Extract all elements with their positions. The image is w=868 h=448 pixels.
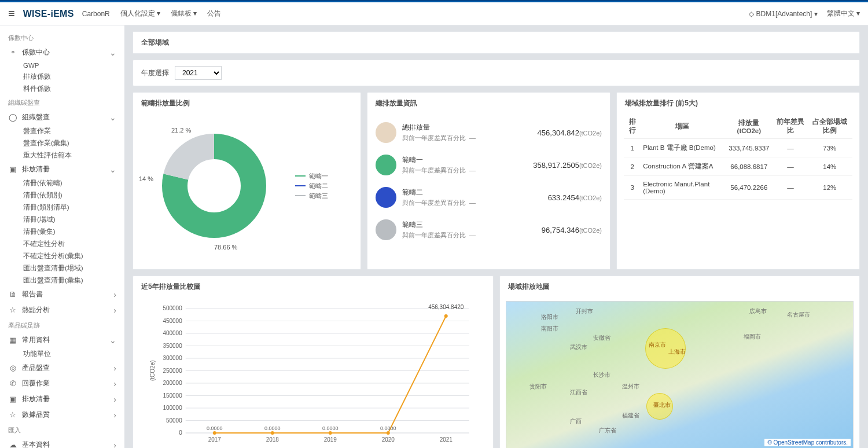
org-icon: ◯ [8,113,17,122]
sidebar-sub-list-scope[interactable]: 清冊(依範疇) [0,177,124,189]
sidebar-sub-list-collect[interactable]: 清冊(彙集) [0,226,124,238]
app-logo: WISE-iEMS [23,9,74,19]
chevron-right-icon: › [113,290,116,299]
sidebar-sub-list-type[interactable]: 清冊(依類別) [0,189,124,201]
target-icon: ◎ [8,363,17,372]
sidebar-sub-export-collect[interactable]: 匯出盤查清冊(彙集) [0,274,124,287]
svg-text:50000: 50000 [166,417,182,424]
chevron-down-icon: ⌄ [109,113,116,122]
sidebar-sub-list-type-menu[interactable]: 清冊(類別清單) [0,201,124,214]
sidebar-item-data-quality[interactable]: ☆數據品質› [0,407,124,423]
page-header-card: 全部場域 [133,31,860,54]
rank-card: 場域排放量排行 (前5大) 排行 場區 排放量 (tCO2e) 前年差異比 占全… [616,92,860,270]
sidebar-item-hotspot[interactable]: ☆熱點分析› [0,302,124,318]
sidebar-item-emit-list[interactable]: ▣排放清冊⌄ [0,161,124,177]
totals-row: 範疇一與前一年度差異百分比 —358,917.2505(tCO2e) [376,149,602,181]
svg-text:450000: 450000 [163,318,182,324]
sidebar-item-basic-data[interactable]: ☁基本資料› [0,437,124,448]
sidebar-sub-check-job[interactable]: 盤查作業 [0,125,124,137]
svg-text:300000: 300000 [163,355,182,361]
svg-text:2017: 2017 [208,436,222,443]
menu-icon[interactable]: ≡ [8,7,15,20]
sidebar-sub-export-site[interactable]: 匯出盤查清冊(場域) [0,262,124,274]
context-name[interactable]: CarbonR [82,10,110,18]
sidebar-sub-uncertainty-collect[interactable]: 不確定性分析(彙集) [0,250,124,262]
page-title: 全部場域 [133,32,859,53]
sidebar-sub-sig-template[interactable]: 重大性評估範本 [0,149,124,161]
sidebar-section-footprint: 產品碳足跡 [0,318,124,332]
sidebar-sub-gwp[interactable]: GWP [0,60,124,71]
list-icon: ▣ [8,165,17,174]
sidebar-item-org-check[interactable]: ◯組織盤查⌄ [0,109,124,125]
svg-text:200000: 200000 [163,380,182,386]
map-attribution[interactable]: © OpenStreetMap contributors. [764,439,851,446]
donut-pct-2: 14 % [139,175,153,182]
sidebar-sub-func-unit[interactable]: 功能單位 [0,348,124,360]
svg-text:0.0000: 0.0000 [207,425,223,431]
donut-pct-1: 78.66 % [214,244,237,251]
svg-text:0.0000: 0.0000 [380,425,396,431]
donut-pct-3: 21.2 % [171,127,191,134]
sidebar-sub-uncertainty[interactable]: 不確定性分析 [0,238,124,250]
chevron-right-icon: › [113,440,116,449]
svg-text:2020: 2020 [382,436,395,443]
svg-text:456,304.8420: 456,304.8420 [428,304,464,310]
svg-point-32 [271,431,274,435]
sidebar-item-product-check[interactable]: ◎產品盤查› [0,360,124,376]
donut-card: 範疇排放量比例 21.2 % 14 % 78.66 % 範疇一 範疇二 [133,92,361,270]
sidebar-section-org: 組織碳盤查 [0,95,124,109]
map-title: 場域排放地圖 [500,276,860,298]
totals-row: 範疇二與前一年度差異百分比 —633.2454(tCO2e) [376,181,602,214]
svg-text:0.0000: 0.0000 [322,425,339,431]
svg-point-31 [213,431,216,435]
nav-notice[interactable]: 公告 [207,9,221,19]
share-icon: ⚬ [8,48,17,57]
svg-text:(tCO2e): (tCO2e) [149,360,156,381]
svg-text:0: 0 [179,429,182,436]
year-select[interactable]: 2021 [175,66,222,80]
table-row: 3Electronic Manuf.Plant (Demo)56,470.226… [624,176,852,200]
user-menu[interactable]: ◇ BDM1[Advantech] ▾ [749,10,817,18]
sidebar: 係數中心 ⚬係數中心⌄ GWP 排放係數 料件係數 組織碳盤查 ◯組織盤查⌄ 盤… [0,25,124,448]
sidebar-section-import: 匯入 [0,423,124,437]
chevron-right-icon: › [113,410,116,420]
table-row: 1Plant B 電子廠 B(Demo)333,745.9337—73% [624,139,852,157]
nav-personal[interactable]: 個人化設定 ▾ [120,9,160,19]
trend-title: 近5年排放量比較圖 [133,276,493,298]
phone-icon: ✆ [8,379,17,388]
donut-legend: 範疇一 範疇二 範疇三 [295,171,328,201]
nav-dashboard[interactable]: 儀錶板 ▾ [171,9,197,19]
sidebar-sub-check-job-collect[interactable]: 盤查作業(彙集) [0,137,124,149]
trend-card: 近5年排放量比較圖 (tCO2e) 0500001000001500002000… [133,276,494,448]
totals-row: 總排放量與前一年度差異百分比 —456,304.842(tCO2e) [376,116,602,149]
svg-text:100000: 100000 [163,405,182,411]
sidebar-sub-material[interactable]: 料件係數 [0,83,124,95]
donut-title: 範疇排放量比例 [133,93,361,114]
sidebar-sub-emit-coef[interactable]: 排放係數 [0,71,124,83]
sidebar-item-common-data[interactable]: ▦常用資料⌄ [0,332,124,348]
chevron-down-icon: ⌄ [109,165,116,174]
scope-dot-icon [376,155,396,175]
svg-text:400000: 400000 [163,330,182,336]
sidebar-item-report[interactable]: 🗎報告書› [0,287,124,302]
sidebar-item-emit-list2[interactable]: ▣排放清冊› [0,391,124,407]
map-canvas[interactable]: 洛阳市 开封市 南阳市 安徽省 武汉市 长沙市 贵阳市 江西省 温州市 南京市 … [506,301,854,448]
data-icon: ▦ [8,336,17,344]
totals-row: 範疇三與前一年度差異百分比 —96,754.346(tCO2e) [376,214,602,246]
scope-dot-icon [376,122,396,143]
svg-point-35 [444,314,448,318]
filter-label: 年度選擇 [141,68,169,78]
svg-text:0.0000: 0.0000 [264,425,281,431]
cloud-icon: ☁ [8,440,17,448]
svg-text:2019: 2019 [324,436,337,443]
svg-point-34 [387,431,390,435]
star-icon: ☆ [8,306,17,314]
svg-text:250000: 250000 [163,368,182,374]
rank-table: 排行 場區 排放量 (tCO2e) 前年差異比 占全部場域比例 1Plant B… [624,114,852,200]
star-icon: ☆ [8,410,17,419]
lang-menu[interactable]: 繁體中文 ▾ [827,9,860,19]
sidebar-item-reply-job[interactable]: ✆回覆作業› [0,376,124,391]
sidebar-item-coef-center[interactable]: ⚬係數中心⌄ [0,45,124,60]
sidebar-sub-list-site[interactable]: 清冊(場域) [0,214,124,226]
svg-text:500000: 500000 [163,305,182,311]
